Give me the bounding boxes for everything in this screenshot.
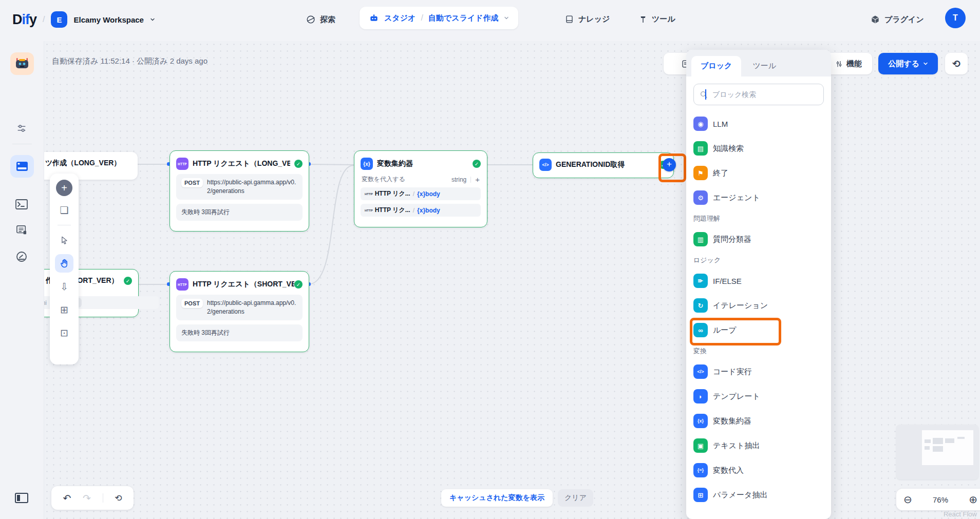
node-http-request-short[interactable]: HTTP HTTP リクエスト（SHORT_VER） ✓ POST https:…	[169, 271, 309, 352]
block-search-input[interactable]	[693, 84, 824, 105]
success-check-icon: ✓	[473, 160, 481, 168]
popup-tabs: ブロック ツール	[686, 50, 831, 76]
sliders-icon	[16, 123, 27, 134]
sidebar-item-settings[interactable]	[11, 119, 32, 138]
organize-blocks-button[interactable]: ⊞	[55, 300, 73, 319]
canvas-tool-palette: + ❏ ⇩ ⊞ ⊡	[50, 174, 79, 364]
studio-breadcrumb[interactable]: スタジオ / 自動でスライド作成	[360, 7, 518, 29]
block-item-iteration[interactable]: ↻ イテレーション	[693, 295, 824, 316]
variable-source: HTTP リク...	[375, 189, 410, 198]
sidebar-item-logs[interactable]	[11, 221, 32, 239]
add-next-node-button[interactable]: +	[663, 158, 676, 171]
sidebar-collapse-button[interactable]	[11, 489, 32, 507]
breadcrumb-separator: /	[43, 15, 45, 24]
http-method-badge: POST	[181, 299, 203, 308]
block-label: テキスト抽出	[713, 441, 760, 451]
workflow-canvas[interactable]: 自動保存済み 11:52:14 · 公開済み 2 days ago ツ作成（LO…	[44, 41, 980, 519]
app-icon-robot[interactable]	[10, 52, 34, 75]
tab-studio[interactable]: スタジオ	[384, 13, 416, 23]
block-label: コード実行	[713, 367, 752, 377]
robot-icon	[369, 13, 379, 23]
block-item-variable-aggregator[interactable]: {x} 変数集約器	[693, 411, 824, 431]
hand-mode-button[interactable]	[55, 254, 73, 273]
node-http-request-long[interactable]: HTTP HTTP リクエスト（LONG_VER） ✓ POST https:/…	[169, 150, 309, 232]
retry-info: 失敗時 3回再試行	[176, 204, 303, 221]
success-check-icon: ✓	[294, 160, 303, 168]
retry-info: 失敗時 3回再試行	[176, 324, 303, 341]
separator: /	[413, 190, 414, 198]
block-label: 終了	[713, 168, 728, 178]
block-label: ループ	[713, 325, 737, 335]
divider	[470, 177, 471, 183]
minimap-viewport[interactable]	[922, 430, 973, 465]
sidebar-item-orchestrate[interactable]	[10, 155, 34, 178]
block-item-variable-assigner[interactable]: {=} 変数代入	[693, 460, 824, 480]
fit-view-button[interactable]: ⊡	[55, 323, 73, 342]
variable-aggregator-icon: {x}	[693, 414, 708, 428]
block-label: テンプレート	[713, 392, 760, 401]
sidebar-item-preview[interactable]	[11, 195, 32, 214]
block-item-if-else[interactable]: ⋔ IF/ELSE	[693, 271, 824, 291]
cursor-icon	[59, 235, 69, 245]
dify-logo[interactable]: Dify	[12, 12, 36, 28]
import-dsl-button[interactable]: ⇩	[55, 277, 73, 296]
block-item-template[interactable]: ◗ テンプレート	[693, 386, 824, 407]
node-variable-aggregator[interactable]: {x} 変数集約器 ✓ 変数を代入する string + HTTP HTTP リ…	[354, 150, 487, 227]
minimap[interactable]	[896, 425, 978, 479]
http-mini-icon: HTTP	[365, 193, 373, 196]
sidebar-item-monitoring[interactable]	[11, 247, 32, 266]
block-item-parameter-extractor[interactable]: ⊞ パラメータ抽出	[693, 485, 824, 505]
success-check-icon: ✓	[294, 280, 303, 289]
http-method-badge: POST	[181, 178, 203, 187]
variable-type-label: string	[451, 176, 466, 183]
workspace-avatar[interactable]: E	[51, 11, 67, 28]
pointer-mode-button[interactable]	[55, 231, 73, 249]
section-logic: ロジック	[693, 254, 824, 267]
chevron-down-icon[interactable]	[504, 15, 509, 21]
code-node-icon: </>	[539, 159, 552, 171]
block-item-agent[interactable]: ⚙ エージェント	[693, 187, 824, 208]
change-history-button[interactable]: ⟲	[115, 493, 122, 504]
zoom-out-button[interactable]: ⊖	[903, 493, 912, 506]
block-item-code[interactable]: </> コード実行	[693, 361, 824, 382]
block-item-llm[interactable]: ◉ LLM	[693, 113, 824, 134]
question-classifier-icon: ▥	[693, 232, 708, 246]
http-url: https://public-api.gamma.app/v0.2/genera…	[207, 299, 297, 316]
http-endpoint: POST https://public-api.gamma.app/v0.2/g…	[176, 174, 303, 200]
add-node-button[interactable]: +	[56, 180, 72, 196]
code-icon: </>	[693, 364, 708, 379]
block-item-question-classifier[interactable]: ▥ 質問分類器	[693, 229, 824, 249]
chevron-down-icon	[923, 61, 928, 66]
text-cursor	[705, 89, 706, 100]
zoom-level[interactable]: 76%	[933, 495, 948, 504]
block-item-doc-extractor[interactable]: ▣ テキスト抽出	[693, 435, 824, 456]
nav-explore[interactable]: 探索	[306, 14, 335, 25]
redo-button[interactable]: ↷	[83, 492, 91, 504]
tab-tools[interactable]: ツール	[743, 56, 785, 76]
block-item-end[interactable]: ⚑ 終了	[693, 163, 824, 183]
version-history-button[interactable]: ⟲	[945, 53, 968, 74]
publish-button[interactable]: 公開する	[878, 53, 938, 74]
add-variable-button[interactable]: +	[475, 175, 480, 184]
show-cached-variables-button[interactable]: キャッシュされた変数を表示	[441, 489, 553, 507]
workspace-name[interactable]: Elcamy Workspace	[73, 15, 143, 24]
undo-button[interactable]: ↶	[63, 492, 71, 504]
user-avatar[interactable]: T	[945, 8, 966, 28]
tab-blocks[interactable]: ブロック	[691, 56, 741, 76]
current-app-name[interactable]: 自動でスライド作成	[428, 13, 499, 23]
features-button[interactable]: 機能	[825, 53, 872, 74]
add-note-button[interactable]: ❏	[55, 201, 73, 219]
nav-tools[interactable]: ツール	[638, 14, 675, 24]
divider	[103, 493, 103, 503]
nav-knowledge[interactable]: ナレッジ	[564, 14, 610, 24]
http-mini-icon: HTTP	[365, 209, 373, 212]
block-item-loop[interactable]: ∞ ループ	[693, 320, 824, 340]
clear-button[interactable]: クリア	[558, 489, 593, 507]
node-generation-id[interactable]: </> GENERATIONID取得 ✓	[533, 152, 674, 178]
zoom-in-button[interactable]: ⊕	[969, 493, 977, 506]
block-item-knowledge-retrieval[interactable]: ▤ 知識検索	[693, 138, 824, 159]
block-label: 知識検索	[713, 144, 744, 153]
nav-plugins[interactable]: プラグイン	[870, 14, 924, 25]
chevron-down-icon	[150, 17, 155, 22]
breadcrumb-separator: /	[421, 13, 423, 23]
